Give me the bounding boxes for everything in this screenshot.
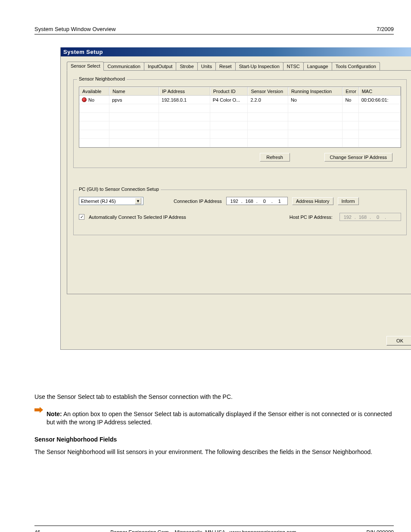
tab-tools-configuration[interactable]: Tools Configuration [332,62,380,70]
tab-sensor-select[interactable]: Sensor Select [67,62,104,71]
note-paragraph: Note: An option box to open the Sensor S… [47,410,394,427]
auto-connect-label: Automatically Connect To Selected IP Add… [89,215,186,220]
col-sensor-version[interactable]: Sensor Version [248,87,288,95]
note-text: An option box to open the Sensor Select … [47,411,392,426]
table-row [79,113,401,121]
paragraph-fields: The Sensor Neighborhood will list sensor… [34,448,394,457]
change-ip-button[interactable]: Change Sensor IP Address [324,153,393,162]
connection-setup-group: PC (GUI) to Sensor Connection Setup Ethe… [73,190,407,235]
page-number: 46 [34,529,40,532]
connection-type-select[interactable]: Ethernet (RJ 45) ▼ [79,197,143,205]
table-row[interactable]: No ppvs 192.168.0.1 P4 Color O... 2.2.0 … [79,96,401,104]
note-label: Note: [47,411,62,417]
address-history-button[interactable]: Address History [292,197,333,205]
cell-mac: 00:D0:66:01: [359,96,401,104]
page-header: System Setup Window Overview 7/2009 [34,26,394,34]
tab-strip: Sensor Select Communication InputOutput … [67,61,411,70]
table-row [79,121,401,130]
cell-name: ppvs [109,96,159,104]
chevron-down-icon: ▼ [135,198,141,204]
tab-reset[interactable]: Reset [215,62,236,70]
col-available[interactable]: Available [79,87,109,95]
status-dot-icon [82,97,87,102]
refresh-button[interactable]: Refresh [260,153,290,162]
connection-ip-input[interactable]: 192. 168. 0. 1 [226,197,288,205]
window-title-bar: System Setup [61,47,411,56]
header-left: System Setup Window Overview [34,26,116,32]
cell-error: No [342,96,358,104]
ok-button[interactable]: OK [386,336,411,345]
window-title: System Setup [63,49,103,55]
tab-strobe[interactable]: Strobe [176,62,197,70]
note-icon [34,407,43,413]
host-ip-label: Host PC IP Address: [290,215,333,220]
col-mac[interactable]: MAC [359,87,401,95]
cell-available: No [79,96,109,104]
connection-setup-legend: PC (GUI) to Sensor Connection Setup [77,187,161,192]
col-error[interactable]: Error [342,87,358,95]
system-setup-window: System Setup Sensor Select Communication… [60,47,411,350]
col-product-id[interactable]: Product ID [210,87,248,95]
grid-header: Available Name IP Address Product ID Sen… [79,87,401,96]
cell-running: No [288,96,342,104]
col-name[interactable]: Name [109,87,159,95]
table-row [79,130,401,139]
cell-product: P4 Color O... [210,96,248,104]
tab-language[interactable]: Language [303,62,332,70]
tab-panel: Sensor Neighborhood Available Name IP Ad… [67,70,411,294]
auto-connect-checkbox[interactable]: ✓ [79,214,84,220]
sensor-neighborhood-legend: Sensor Neighborhood [77,76,127,81]
col-running-inspection[interactable]: Running Inspection [288,87,342,95]
sensor-neighborhood-group: Sensor Neighborhood Available Name IP Ad… [73,79,407,168]
tab-units[interactable]: Units [197,62,216,70]
cell-version: 2.2.0 [248,96,288,104]
table-row [79,104,401,113]
tab-startup-inspection[interactable]: Start-Up Inspection [235,62,283,70]
part-number: P/N 000000 [367,529,394,532]
cell-ip: 192.168.0.1 [159,96,210,104]
inform-button[interactable]: Inform [338,197,359,205]
header-right: 7/2009 [377,26,394,32]
footer-company: Banner Engineering Corp. - Minneapolis, … [40,529,366,532]
tab-communication[interactable]: Communication [103,62,144,70]
table-row [79,139,401,147]
paragraph-intro: Use the Sensor Select tab to establish t… [34,393,394,401]
tab-inputoutput[interactable]: InputOutput [144,62,177,70]
select-value: Ethernet (RJ 45) [81,199,116,204]
connection-ip-label: Connection IP Address [174,199,222,204]
page-footer: 46 Banner Engineering Corp. - Minneapoli… [34,526,394,532]
tab-ntsc[interactable]: NTSC [283,62,304,70]
host-ip-display: 192. 168. 0. [339,213,401,221]
col-ip[interactable]: IP Address [159,87,210,95]
sensor-grid[interactable]: Available Name IP Address Product ID Sen… [79,87,401,148]
section-heading: Sensor Neighborhood Fields [34,436,394,444]
